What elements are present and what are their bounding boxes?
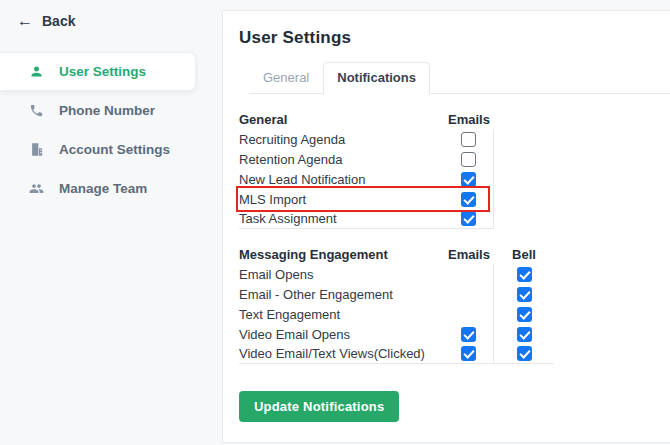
notification-row-mls-import: MLS Import: [239, 189, 670, 209]
bell-cell: [494, 344, 554, 364]
emails-column-header: Emails: [444, 244, 494, 264]
sidebar-nav: User Settings Phone Number Account Setti…: [0, 52, 222, 208]
notification-label: Text Engagement: [239, 304, 444, 324]
notification-row-text-engagement: Text Engagement: [239, 304, 670, 324]
sidebar-item-account-settings[interactable]: Account Settings: [0, 130, 222, 169]
bell-cell: [494, 264, 554, 284]
sidebar-item-manage-team[interactable]: Manage Team: [0, 169, 222, 208]
emails-checkbox[interactable]: [461, 327, 476, 342]
emails-checkbox[interactable]: [461, 152, 476, 167]
notification-row-task-assignment: Task Assignment: [239, 209, 670, 229]
update-notifications-button[interactable]: Update Notifications: [239, 391, 399, 422]
notification-label: MLS Import: [239, 189, 444, 209]
tab-notifications[interactable]: Notifications: [323, 62, 430, 94]
phone-icon: [28, 102, 45, 119]
sidebar-item-label: Manage Team: [59, 181, 147, 196]
emails-cell: [444, 324, 494, 344]
notification-row-new-lead-notification: New Lead Notification: [239, 169, 670, 189]
notification-row-email-other-engagement: Email - Other Engagement: [239, 284, 670, 304]
notification-label: Task Assignment: [239, 209, 444, 229]
section-general: GeneralEmailsRecruiting AgendaRetention …: [239, 109, 670, 229]
back-label: Back: [42, 13, 75, 29]
notification-row-video-email-opens: Video Email Opens: [239, 324, 670, 344]
notification-row-retention-agenda: Retention Agenda: [239, 149, 670, 169]
section-header-row: Messaging EngagementEmailsBell: [239, 244, 670, 264]
bell-cell: [494, 169, 554, 189]
bell-cell: [494, 324, 554, 344]
emails-cell: [444, 169, 494, 189]
emails-cell: [444, 304, 494, 324]
emails-checkbox[interactable]: [461, 346, 476, 361]
emails-cell: [444, 264, 494, 284]
tab-bar: GeneralNotifications: [249, 62, 670, 94]
emails-checkbox[interactable]: [461, 211, 476, 226]
notification-row-video-email-text-views-clicked: Video Email/Text Views(Clicked): [239, 344, 670, 364]
sidebar-item-label: Account Settings: [59, 142, 170, 157]
bell-cell: [494, 304, 554, 324]
left-arrow-icon: ←: [17, 13, 33, 29]
bell-checkbox[interactable]: [517, 307, 532, 322]
page-title: User Settings: [239, 28, 670, 48]
bell-column-header: Bell: [494, 244, 554, 264]
notification-row-email-opens: Email Opens: [239, 264, 670, 284]
bell-column-header: [494, 109, 554, 129]
emails-cell: [444, 149, 494, 169]
bell-cell: [494, 209, 554, 229]
app-window: ← Back User Settings Phone Number Accoun…: [0, 0, 670, 445]
team-icon: [28, 180, 45, 197]
sidebar-item-phone-number[interactable]: Phone Number: [0, 91, 222, 130]
notification-row-recruiting-agenda: Recruiting Agenda: [239, 129, 670, 149]
tab-general[interactable]: General: [249, 62, 323, 94]
building-icon: [28, 141, 45, 158]
notification-label: Video Email/Text Views(Clicked): [239, 344, 444, 364]
emails-checkbox[interactable]: [461, 172, 476, 187]
notification-label: New Lead Notification: [239, 169, 444, 189]
sidebar-item-label: Phone Number: [59, 103, 155, 118]
bell-checkbox[interactable]: [517, 346, 532, 361]
user-icon: [28, 63, 45, 80]
bell-cell: [494, 129, 554, 149]
emails-cell: [444, 189, 494, 209]
emails-cell: [444, 209, 494, 229]
emails-checkbox[interactable]: [461, 192, 476, 207]
settings-card: User Settings GeneralNotifications Gener…: [222, 10, 670, 443]
emails-cell: [444, 284, 494, 304]
bell-cell: [494, 189, 554, 209]
sidebar-item-label: User Settings: [59, 64, 146, 79]
bell-cell: [494, 284, 554, 304]
section-header-label: General: [239, 109, 444, 129]
sidebar-item-user-settings[interactable]: User Settings: [0, 52, 196, 91]
notification-label: Email Opens: [239, 264, 444, 284]
bell-checkbox[interactable]: [517, 287, 532, 302]
bell-checkbox[interactable]: [517, 327, 532, 342]
bell-cell: [494, 149, 554, 169]
section-header-label: Messaging Engagement: [239, 244, 444, 264]
back-button[interactable]: ← Back: [0, 0, 222, 29]
emails-cell: [444, 344, 494, 364]
bell-checkbox[interactable]: [517, 267, 532, 282]
emails-cell: [444, 129, 494, 149]
emails-checkbox[interactable]: [461, 132, 476, 147]
notification-label: Video Email Opens: [239, 324, 444, 344]
section-header-row: GeneralEmails: [239, 109, 670, 129]
notification-label: Retention Agenda: [239, 149, 444, 169]
notification-label: Email - Other Engagement: [239, 284, 444, 304]
notification-label: Recruiting Agenda: [239, 129, 444, 149]
section-messaging-engagement: Messaging EngagementEmailsBellEmail Open…: [239, 244, 670, 364]
notification-sections: GeneralEmailsRecruiting AgendaRetention …: [239, 109, 670, 364]
emails-column-header: Emails: [444, 109, 494, 129]
settings-sidebar: ← Back User Settings Phone Number Accoun…: [0, 0, 222, 445]
